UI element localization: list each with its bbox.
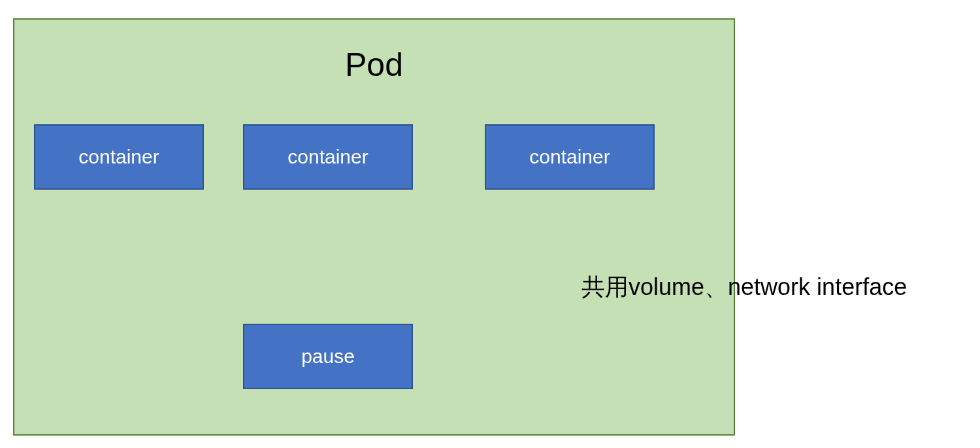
- pod-title: Pod: [14, 46, 734, 84]
- container-box-1: container: [34, 124, 204, 190]
- pause-box: pause: [243, 324, 413, 389]
- pause-label: pause: [301, 345, 355, 368]
- container-box-2: container: [243, 124, 413, 190]
- container-label: container: [287, 146, 368, 168]
- container-label: container: [529, 146, 610, 168]
- container-label: container: [78, 146, 159, 168]
- container-box-3: container: [485, 124, 655, 190]
- annotation-text: 共用volume、network interface: [581, 271, 907, 303]
- pod-container: Pod container container container pause: [13, 18, 735, 436]
